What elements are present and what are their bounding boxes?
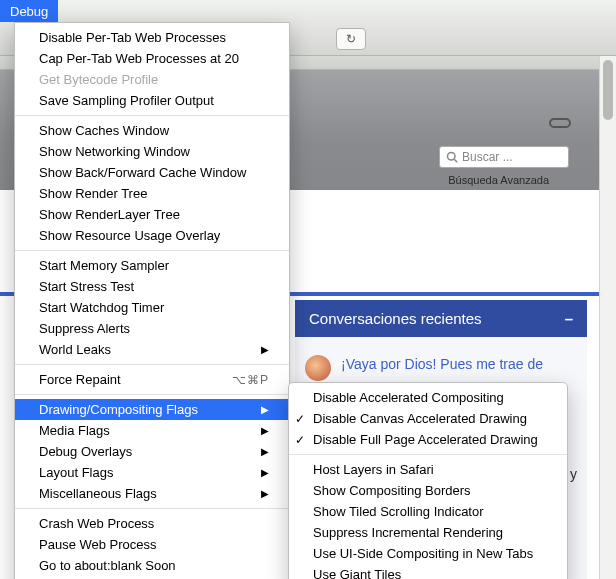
svg-line-1 — [454, 159, 457, 162]
menu-separator — [15, 508, 289, 509]
menu-item-label: Media Flags — [39, 422, 261, 440]
menu-item-label: Cap Per-Tab Web Processes at 20 — [39, 50, 269, 68]
menu-item: Get Bytecode Profile — [15, 69, 289, 90]
menu-separator — [15, 364, 289, 365]
post-title: ¡Vaya por Dios! Pues me trae de — [341, 355, 543, 381]
menu-item[interactable]: Suppress Incremental Rendering — [289, 522, 567, 543]
menu-item[interactable]: Disable Accelerated Compositing — [289, 387, 567, 408]
menu-item-label: Show RenderLayer Tree — [39, 206, 269, 224]
menu-item-label: Pause Web Process — [39, 536, 269, 554]
menu-separator — [289, 454, 567, 455]
menu-item[interactable]: Media Flags▶ — [15, 420, 289, 441]
scroll-thumb[interactable] — [603, 60, 613, 120]
menu-item[interactable]: Cap Per-Tab Web Processes at 20 — [15, 48, 289, 69]
menu-item[interactable]: Start Memory Sampler — [15, 255, 289, 276]
menu-item-label: Start Stress Test — [39, 278, 269, 296]
menu-item[interactable]: Crash Web Process — [15, 513, 289, 534]
menu-item[interactable]: Drawing/Compositing Flags▶ — [15, 399, 289, 420]
advanced-search-link[interactable]: Búsqueda Avanzada — [448, 174, 549, 186]
menu-separator — [15, 250, 289, 251]
menu-item-label: Debug Overlays — [39, 443, 261, 461]
menu-item-label: Use UI-Side Compositing in New Tabs — [313, 545, 547, 563]
menu-item-label: Show Caches Window — [39, 122, 269, 140]
panel-header[interactable]: Conversaciones recientes – — [295, 300, 587, 337]
menu-item-label: Show Networking Window — [39, 143, 269, 161]
search-placeholder: Buscar ... — [462, 150, 513, 164]
menu-item-label: Suppress Incremental Rendering — [313, 524, 547, 542]
menu-item-label: Disable Canvas Accelerated Drawing — [313, 410, 547, 428]
menu-item[interactable]: Show Caches Window — [15, 120, 289, 141]
checkmark-icon: ✓ — [295, 410, 305, 428]
menu-shortcut: ⌥⌘P — [232, 371, 269, 389]
pill-icon — [549, 118, 571, 128]
avatar — [305, 355, 331, 381]
menu-item-label: Force Repaint — [39, 371, 232, 389]
menu-item-label: World Leaks — [39, 341, 261, 359]
menu-item-label: Show Render Tree — [39, 185, 269, 203]
submenu-arrow-icon: ▶ — [261, 464, 269, 482]
menu-item[interactable]: ✓Disable Canvas Accelerated Drawing — [289, 408, 567, 429]
reload-icon: ↻ — [346, 32, 356, 46]
menu-item[interactable]: Go to about:blank Soon — [15, 555, 289, 576]
submenu-arrow-icon: ▶ — [261, 341, 269, 359]
reload-button[interactable]: ↻ — [336, 28, 366, 50]
menu-item-label: Start Memory Sampler — [39, 257, 269, 275]
menu-separator — [15, 394, 289, 395]
menu-item[interactable]: Layout Flags▶ — [15, 462, 289, 483]
menu-item[interactable]: Host Layers in Safari — [289, 459, 567, 480]
menu-item-label: Go to about:blank Soon — [39, 557, 269, 575]
svg-point-0 — [448, 153, 456, 161]
submenu-arrow-icon: ▶ — [261, 422, 269, 440]
menu-item[interactable]: ✓Disable Full Page Accelerated Drawing — [289, 429, 567, 450]
menu-item[interactable]: Show Compositing Borders — [289, 480, 567, 501]
menu-item-label: Layout Flags — [39, 464, 261, 482]
menu-item-label: Host Layers in Safari — [313, 461, 547, 479]
menu-item-label: Get Bytecode Profile — [39, 71, 269, 89]
menu-item[interactable]: Show Networking Window — [15, 141, 289, 162]
menu-item[interactable]: Show Tiled Scrolling Indicator — [289, 501, 567, 522]
search-icon — [446, 151, 458, 163]
menu-item[interactable]: Show Render Tree — [15, 183, 289, 204]
menu-item[interactable]: Disable Per-Tab Web Processes — [15, 27, 289, 48]
menu-item[interactable]: Suppress Alerts — [15, 318, 289, 339]
menu-item[interactable]: Start Watchdog Timer — [15, 297, 289, 318]
menubar: Debug — [0, 0, 616, 22]
menu-item-label: Drawing/Compositing Flags — [39, 401, 261, 419]
menu-item-label: Suppress Alerts — [39, 320, 269, 338]
menu-item[interactable]: Debug Overlays▶ — [15, 441, 289, 462]
menu-item[interactable]: Save Sampling Profiler Output — [15, 90, 289, 111]
menu-item-label: Crash Web Process — [39, 515, 269, 533]
menu-item[interactable]: Pause Web Process — [15, 534, 289, 555]
panel-title: Conversaciones recientes — [309, 310, 482, 327]
menu-item[interactable]: Use UI-Side Compositing in New Tabs — [289, 543, 567, 564]
menu-separator — [15, 115, 289, 116]
drawing-compositing-submenu: Disable Accelerated Compositing✓Disable … — [288, 382, 568, 579]
menu-item-label: Disable Per-Tab Web Processes — [39, 29, 269, 47]
menu-item-label: Disable Full Page Accelerated Drawing — [313, 431, 547, 449]
submenu-arrow-icon: ▶ — [261, 485, 269, 503]
menu-item-label: Show Resource Usage Overlay — [39, 227, 269, 245]
menu-item[interactable]: Use Giant Tiles — [289, 564, 567, 579]
submenu-arrow-icon: ▶ — [261, 443, 269, 461]
menu-debug[interactable]: Debug — [0, 0, 58, 22]
menu-item[interactable]: Show RenderLayer Tree — [15, 204, 289, 225]
menu-item[interactable]: World Leaks▶ — [15, 339, 289, 360]
menu-item-label: Use Giant Tiles — [313, 566, 547, 580]
checkmark-icon: ✓ — [295, 431, 305, 449]
debug-menu: Disable Per-Tab Web ProcessesCap Per-Tab… — [14, 22, 290, 579]
menu-item-label: Miscellaneous Flags — [39, 485, 261, 503]
menu-item-label: Save Sampling Profiler Output — [39, 92, 269, 110]
search-input[interactable]: Buscar ... — [439, 146, 569, 168]
menu-item[interactable]: Force Repaint⌥⌘P — [15, 369, 289, 390]
menu-item-label: Start Watchdog Timer — [39, 299, 269, 317]
scrollbar[interactable] — [599, 56, 616, 579]
menu-item[interactable]: Show Resource Usage Overlay — [15, 225, 289, 246]
menu-item[interactable]: Start Stress Test — [15, 276, 289, 297]
menu-item-label: Show Tiled Scrolling Indicator — [313, 503, 547, 521]
menu-item[interactable]: Show Back/Forward Cache Window — [15, 162, 289, 183]
menu-item-label: Show Compositing Borders — [313, 482, 547, 500]
menu-item-label: Show Back/Forward Cache Window — [39, 164, 269, 182]
menu-item-label: Disable Accelerated Compositing — [313, 389, 547, 407]
collapse-icon[interactable]: – — [565, 310, 573, 327]
menu-item[interactable]: Miscellaneous Flags▶ — [15, 483, 289, 504]
